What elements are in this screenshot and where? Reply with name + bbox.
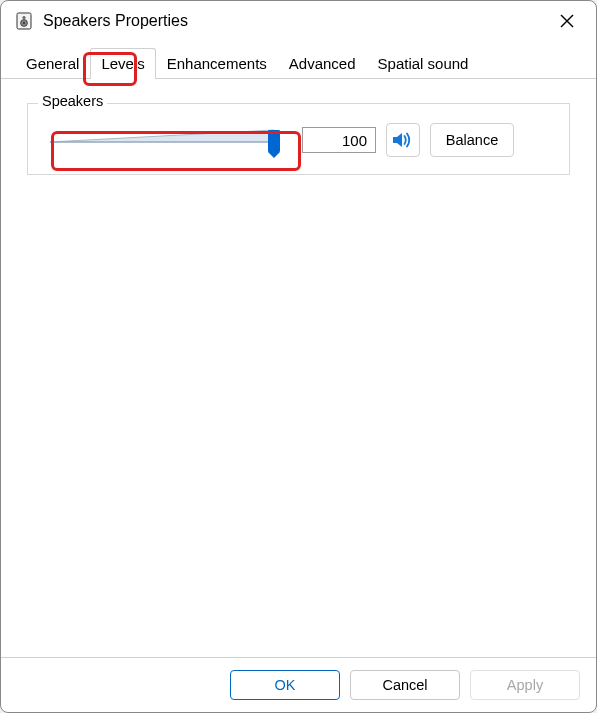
balance-button[interactable]: Balance xyxy=(430,123,514,157)
properties-dialog: Speakers Properties General Levels Enhan… xyxy=(0,0,597,713)
tab-advanced[interactable]: Advanced xyxy=(278,48,367,79)
tab-levels[interactable]: Levels xyxy=(90,48,155,79)
mute-button[interactable] xyxy=(386,123,420,157)
tab-general[interactable]: General xyxy=(15,48,90,79)
svg-point-1 xyxy=(22,16,25,19)
svg-point-3 xyxy=(23,22,25,24)
apply-button: Apply xyxy=(470,670,580,700)
volume-slider[interactable] xyxy=(42,122,292,158)
titlebar: Speakers Properties xyxy=(1,1,596,41)
dialog-footer: OK Cancel Apply xyxy=(1,657,596,712)
window-title: Speakers Properties xyxy=(43,12,552,30)
level-row: 100 Balance xyxy=(42,122,555,158)
svg-marker-6 xyxy=(50,130,274,142)
close-icon xyxy=(559,13,575,29)
speakers-level-group: Speakers 100 Balance xyxy=(27,103,570,175)
volume-value[interactable]: 100 xyxy=(302,127,376,153)
ok-button[interactable]: OK xyxy=(230,670,340,700)
speaker-sound-icon xyxy=(391,129,415,151)
close-button[interactable] xyxy=(552,6,582,36)
cancel-button[interactable]: Cancel xyxy=(350,670,460,700)
tab-content: Speakers 100 Balance xyxy=(1,79,596,657)
slider-thumb[interactable] xyxy=(268,130,280,152)
tab-enhancements[interactable]: Enhancements xyxy=(156,48,278,79)
speaker-box-icon xyxy=(15,12,33,30)
tab-spatial-sound[interactable]: Spatial sound xyxy=(367,48,480,79)
tab-bar: General Levels Enhancements Advanced Spa… xyxy=(1,47,596,79)
group-label: Speakers xyxy=(38,93,107,109)
slider-shape-icon xyxy=(42,122,292,158)
